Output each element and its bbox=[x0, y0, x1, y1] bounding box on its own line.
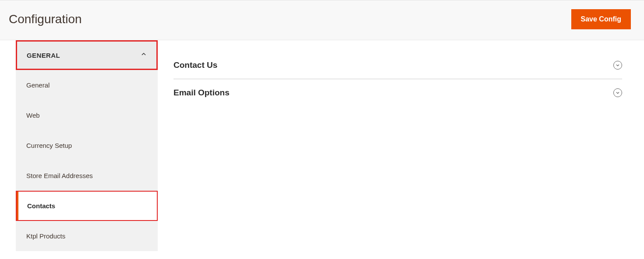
chevron-down-icon bbox=[613, 88, 622, 97]
page-header: Configuration Save Config bbox=[0, 0, 644, 40]
divider bbox=[173, 79, 622, 79]
sidebar-item-store-email-addresses[interactable]: Store Email Addresses bbox=[16, 161, 158, 191]
sidebar-item-general[interactable]: General bbox=[16, 70, 158, 100]
section-title: Email Options bbox=[173, 88, 230, 98]
sidebar-item-contacts[interactable]: Contacts bbox=[16, 191, 158, 221]
section-email-options[interactable]: Email Options bbox=[173, 80, 622, 105]
main-content: Contact Us Email Options bbox=[158, 40, 644, 251]
sidebar: GENERAL General Web Currency Setup Store… bbox=[0, 40, 158, 251]
sidebar-item-currency-setup[interactable]: Currency Setup bbox=[16, 130, 158, 161]
sidebar-item-web[interactable]: Web bbox=[16, 100, 158, 130]
sidebar-item-ktpl-products[interactable]: Ktpl Products bbox=[16, 221, 158, 251]
chevron-down-icon bbox=[613, 61, 622, 70]
sidebar-section-label: GENERAL bbox=[27, 52, 60, 59]
body: GENERAL General Web Currency Setup Store… bbox=[0, 40, 644, 251]
chevron-up-icon bbox=[141, 51, 147, 59]
save-config-button[interactable]: Save Config bbox=[571, 9, 631, 29]
sidebar-section-general[interactable]: GENERAL bbox=[16, 40, 158, 70]
section-contact-us[interactable]: Contact Us bbox=[173, 52, 622, 78]
page-title: Configuration bbox=[9, 12, 82, 26]
section-title: Contact Us bbox=[173, 60, 217, 70]
sidebar-item-label: Contacts bbox=[17, 192, 157, 220]
sidebar-subnav: General Web Currency Setup Store Email A… bbox=[16, 70, 158, 251]
